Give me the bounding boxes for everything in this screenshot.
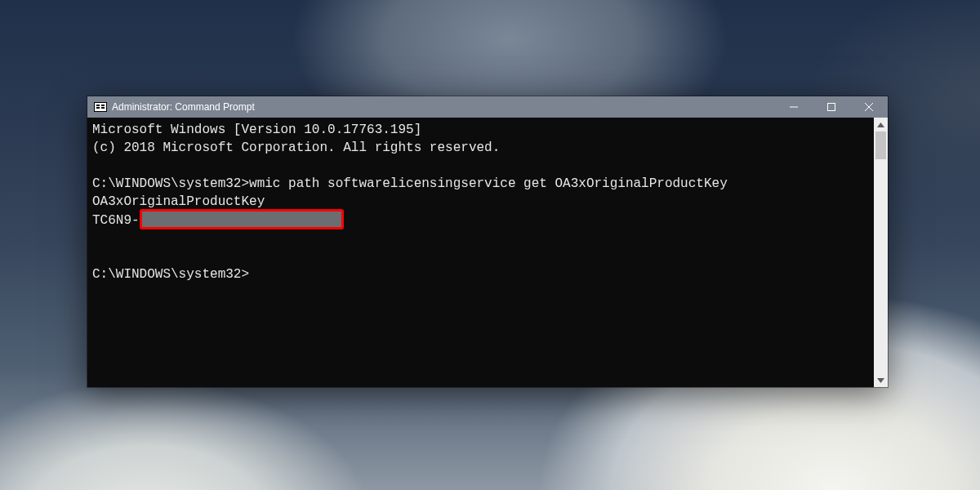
scroll-down-button[interactable] (874, 373, 888, 387)
titlebar[interactable]: Administrator: Command Prompt (87, 96, 888, 118)
maximize-button[interactable] (813, 96, 850, 118)
desktop-background: Administrator: Command Prompt Microsoft … (0, 0, 980, 490)
product-key-line: TC6N9- (92, 211, 869, 229)
console-output[interactable]: Microsoft Windows [Version 10.0.17763.19… (87, 118, 874, 387)
entered-command: wmic path softwarelicensingservice get O… (249, 176, 728, 191)
chevron-down-icon (877, 378, 884, 383)
command-prompt-window: Administrator: Command Prompt Microsoft … (87, 96, 888, 387)
window-title: Administrator: Command Prompt (112, 101, 255, 113)
prompt-line-2: C:\WINDOWS\system32> (92, 265, 869, 283)
prompt-prefix: C:\WINDOWS\system32> (92, 267, 249, 282)
banner-version-line: Microsoft Windows [Version 10.0.17763.19… (92, 121, 869, 139)
product-key-redaction-box (140, 209, 344, 229)
banner-copyright-line: (c) 2018 Microsoft Corporation. All righ… (92, 139, 869, 157)
prompt-line-1: C:\WINDOWS\system32>wmic path softwareli… (92, 175, 869, 193)
blank-line (92, 229, 869, 247)
output-header-line: OA3xOriginalProductKey (92, 193, 869, 211)
blank-line (92, 247, 869, 265)
console-client-area: Microsoft Windows [Version 10.0.17763.19… (87, 118, 888, 387)
vertical-scrollbar[interactable] (874, 118, 888, 387)
text-cursor (249, 267, 256, 282)
svg-rect-0 (828, 104, 835, 111)
prompt-prefix: C:\WINDOWS\system32> (92, 176, 249, 191)
product-key-visible-part: TC6N9- (92, 213, 140, 228)
close-icon (865, 103, 873, 111)
cmd-system-icon (94, 102, 107, 112)
blank-line (92, 157, 869, 175)
minimize-button[interactable] (775, 96, 813, 118)
close-button[interactable] (850, 96, 888, 118)
scrollbar-thumb[interactable] (875, 131, 886, 159)
minimize-icon (790, 103, 798, 111)
maximize-icon (827, 103, 835, 111)
chevron-up-icon (877, 122, 884, 127)
scroll-up-button[interactable] (874, 118, 888, 131)
